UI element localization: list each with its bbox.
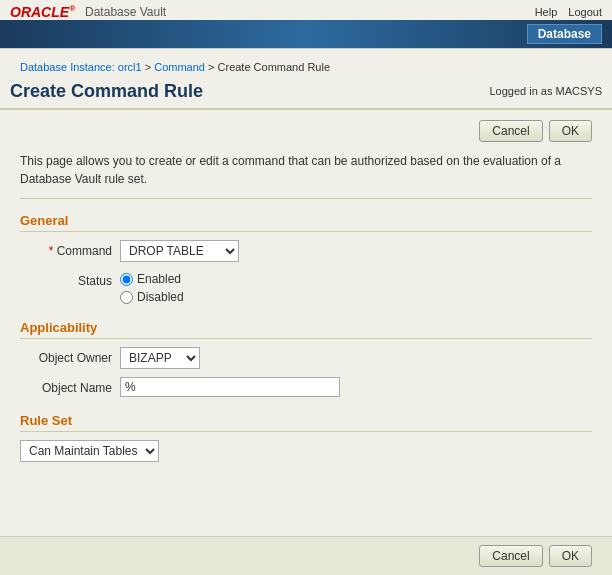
rule-set-section: Rule Set Can Maintain Tables Allow Sessi… [20,413,592,462]
object-owner-control: BIZAPP SYS SYSTEM [120,347,592,369]
user-info: Logged in as MACSYS [489,85,602,97]
general-section: General * Command DROP TABLE ALTER TABLE… [20,213,592,304]
status-radio-group: Enabled Disabled [120,270,592,304]
cancel-button-top[interactable]: Cancel [479,120,542,142]
breadcrumb-instance[interactable]: Database Instance: orcl1 [20,61,142,73]
status-control: Enabled Disabled [120,270,592,304]
oracle-text: ORACLE [10,4,69,20]
object-owner-row: Object Owner BIZAPP SYS SYSTEM [20,347,592,369]
ok-button-top[interactable]: OK [549,120,592,142]
ok-button-bottom[interactable]: OK [549,545,592,567]
top-button-bar: Cancel OK [20,120,592,142]
breadcrumb: Database Instance: orcl1 > Command > Cre… [10,55,602,75]
object-name-input[interactable] [120,377,340,397]
object-name-control [120,377,592,397]
help-link[interactable]: Help [535,6,558,18]
status-disabled-radio[interactable] [120,291,133,304]
oracle-logo: ORACLE® [10,4,75,20]
object-owner-select[interactable]: BIZAPP SYS SYSTEM [120,347,200,369]
general-section-title: General [20,213,592,232]
main-content: Cancel OK This page allows you to create… [0,110,612,488]
object-name-label: Object Name [20,377,120,395]
breadcrumb-sep1: > [145,61,154,73]
product-name: Database Vault [85,5,166,19]
logo-area: ORACLE® Database Vault [10,4,166,20]
command-control: DROP TABLE ALTER TABLE CREATE TABLE INSE… [120,240,592,262]
breadcrumb-sep2: > [208,61,217,73]
object-name-row: Object Name [20,377,592,397]
logout-link[interactable]: Logout [568,6,602,18]
header-banner: Database [0,20,612,48]
header-links: Help Logout [527,6,602,18]
object-owner-label: Object Owner [20,347,120,365]
page-wrapper: ORACLE® Database Vault Help Logout Datab… [0,0,612,575]
breadcrumb-row: Database Instance: orcl1 > Command > Cre… [0,49,612,77]
applicability-section-title: Applicability [20,320,592,339]
bottom-button-bar: Cancel OK [0,536,612,575]
command-label: * Command [20,240,120,258]
rule-set-select[interactable]: Can Maintain Tables Allow Sessions Disab… [20,440,159,462]
status-enabled-text: Enabled [137,272,181,286]
header: ORACLE® Database Vault Help Logout Datab… [0,0,612,49]
required-star: * [49,244,54,258]
description-text: This page allows you to create or edit a… [20,152,592,199]
breadcrumb-current: Create Command Rule [218,61,331,73]
command-select[interactable]: DROP TABLE ALTER TABLE CREATE TABLE INSE… [120,240,239,262]
registered-mark: ® [69,4,75,13]
status-disabled-text: Disabled [137,290,184,304]
status-label: Status [20,270,120,288]
applicability-section: Applicability Object Owner BIZAPP SYS SY… [20,320,592,397]
status-enabled-label[interactable]: Enabled [120,272,592,286]
banner-label: Database [527,24,602,44]
rule-set-section-title: Rule Set [20,413,592,432]
breadcrumb-command[interactable]: Command [154,61,205,73]
status-row: Status Enabled Disabled [20,270,592,304]
command-row: * Command DROP TABLE ALTER TABLE CREATE … [20,240,592,262]
cancel-button-bottom[interactable]: Cancel [479,545,542,567]
status-enabled-radio[interactable] [120,273,133,286]
status-disabled-label[interactable]: Disabled [120,290,592,304]
